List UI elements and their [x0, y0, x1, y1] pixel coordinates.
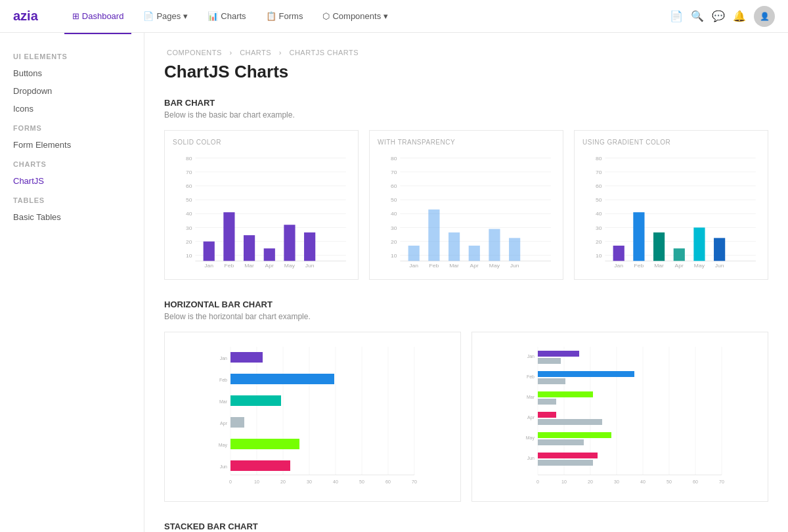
forms-icon: 📋	[266, 11, 276, 21]
bar-solid-jan	[204, 242, 215, 261]
svg-text:10: 10	[254, 479, 259, 484]
svg-text:40: 40	[333, 479, 338, 484]
svg-text:30: 30	[596, 225, 602, 231]
svg-text:40: 40	[391, 211, 397, 217]
sidebar-item-basic-tables[interactable]: Basic Tables	[0, 208, 144, 226]
svg-text:70: 70	[719, 479, 724, 484]
svg-text:Jun: Jun	[305, 263, 315, 268]
hbar-jan	[230, 352, 263, 363]
svg-text:Jan: Jan	[614, 263, 623, 268]
bar-chart-solid: SOLID COLOR 80 70 60	[164, 130, 359, 280]
breadcrumb-charts: CHARTS	[240, 49, 271, 56]
dhbar-apr-1	[538, 412, 556, 418]
bar-solid-jun	[304, 233, 315, 261]
components-icon: ⬡	[322, 11, 330, 21]
nav-components[interactable]: ⬡ Components ▾	[315, 7, 396, 25]
dhbar-may-1	[538, 432, 611, 438]
svg-text:Mar: Mar	[654, 263, 664, 268]
solid-chart-label: SOLID COLOR	[173, 139, 350, 146]
dhbar-feb-2	[538, 378, 565, 384]
svg-text:May: May	[694, 263, 705, 268]
svg-text:May: May	[219, 443, 228, 448]
svg-text:Feb: Feb	[527, 374, 535, 379]
nav-charts[interactable]: 📊 Charts	[200, 7, 253, 25]
hbar-chart-desc: Below is the horizontal bar chart exampl…	[164, 312, 768, 321]
brand-logo[interactable]: azia	[13, 9, 38, 24]
svg-text:50: 50	[391, 198, 397, 203]
bar-grad-mar	[653, 233, 665, 261]
sidebar-item-form-elements[interactable]: Form Elements	[0, 136, 144, 154]
svg-text:Apr: Apr	[220, 421, 228, 426]
svg-text:Jan: Jan	[220, 356, 227, 361]
sidebar-item-icons[interactable]: Icons	[0, 100, 144, 118]
bar-trans-feb	[428, 210, 439, 261]
dhbar-mar-1	[538, 391, 593, 397]
charts-icon: 📊	[208, 11, 218, 21]
svg-text:Mar: Mar	[527, 395, 535, 399]
pages-icon: 📄	[143, 11, 154, 21]
dashboard-icon: ⊞	[72, 11, 79, 21]
svg-text:10: 10	[186, 254, 192, 259]
svg-text:60: 60	[391, 184, 397, 189]
nav-pages[interactable]: 📄 Pages ▾	[135, 7, 196, 25]
file-icon[interactable]: 📄	[670, 10, 683, 23]
svg-text:Apr: Apr	[265, 263, 274, 268]
sidebar-section-title-ui: UI ELEMENTS	[0, 46, 144, 64]
sidebar-section-tables: TABLES Basic Tables	[0, 190, 144, 226]
hbar-chart-section: HORIZONTAL BAR CHART Below is the horizo…	[164, 299, 768, 502]
notification-icon[interactable]: 🔔	[733, 10, 746, 23]
svg-text:70: 70	[186, 169, 192, 175]
breadcrumb-sep-1: ›	[229, 49, 232, 56]
transparency-chart-label: WITH TRANSPARENCY	[378, 139, 555, 146]
bar-grad-may	[693, 227, 705, 261]
transparency-bar-chart-svg: 80 70 60 50 40 30 20 10	[378, 151, 555, 269]
svg-text:0: 0	[229, 479, 232, 484]
hbar-chart-double: 0 10 20 30 40 50 60 70 Jan Feb	[471, 332, 768, 502]
svg-text:40: 40	[186, 211, 192, 217]
bar-chart-title: BAR CHART	[164, 98, 768, 108]
bar-charts-row: SOLID COLOR 80 70 60	[164, 130, 768, 280]
svg-text:Feb: Feb	[429, 263, 439, 268]
bar-grad-jan	[613, 246, 624, 261]
svg-text:Jan: Jan	[409, 263, 418, 268]
svg-text:Mar: Mar	[244, 263, 254, 268]
svg-text:40: 40	[640, 479, 646, 484]
svg-text:80: 80	[391, 156, 397, 161]
dhbar-jan-1	[538, 351, 579, 357]
solid-bar-chart-svg: 80 70 60 50 40 30 20 10	[173, 151, 350, 269]
nav-forms[interactable]: 📋 Forms	[258, 7, 311, 25]
hbar-may	[230, 439, 299, 449]
bar-trans-jun	[509, 238, 520, 261]
message-icon[interactable]: 💬	[712, 10, 725, 23]
svg-text:60: 60	[186, 184, 192, 189]
svg-text:30: 30	[186, 225, 192, 231]
svg-text:Jun: Jun	[220, 464, 227, 469]
svg-text:Mar: Mar	[219, 399, 228, 404]
hbar-charts-row: 0 10 20 30 40 50 60 70 Jan Feb	[164, 332, 768, 502]
sidebar-item-buttons[interactable]: Buttons	[0, 64, 144, 82]
page-layout: UI ELEMENTS Buttons Dropdown Icons FORMS…	[0, 33, 788, 532]
bar-chart-gradient: USING GRADIENT COLOR 80 70 60 50	[574, 130, 768, 280]
svg-text:May: May	[489, 263, 500, 268]
nav-icon-group: 📄 🔍 💬 🔔 👤	[670, 6, 775, 27]
svg-text:10: 10	[596, 254, 602, 259]
svg-text:Feb: Feb	[225, 263, 234, 268]
stacked-chart-title: STACKED BAR CHART	[164, 521, 768, 531]
svg-text:Jun: Jun	[510, 263, 519, 268]
svg-text:70: 70	[391, 169, 397, 175]
sidebar-section-charts: CHARTS ChartJS	[0, 154, 144, 190]
user-avatar[interactable]: 👤	[754, 6, 775, 27]
nav-links: ⊞ Dashboard 📄 Pages ▾ 📊 Charts 📋 Forms ⬡…	[64, 7, 670, 25]
svg-text:0: 0	[536, 479, 539, 484]
hbar-single-svg: 0 10 20 30 40 50 60 70 Jan Feb	[175, 340, 450, 491]
svg-text:10: 10	[561, 479, 567, 484]
sidebar-item-dropdown[interactable]: Dropdown	[0, 82, 144, 100]
search-icon[interactable]: 🔍	[691, 10, 704, 23]
svg-text:Mar: Mar	[449, 263, 459, 268]
main-content: COMPONENTS › CHARTS › CHARTJS CHARTS Cha…	[144, 33, 788, 532]
svg-text:30: 30	[391, 225, 397, 231]
nav-dashboard[interactable]: ⊞ Dashboard	[64, 7, 132, 25]
chevron-down-icon-2: ▾	[383, 11, 388, 21]
svg-text:20: 20	[186, 239, 192, 244]
sidebar-item-chartjs[interactable]: ChartJS	[0, 172, 144, 190]
